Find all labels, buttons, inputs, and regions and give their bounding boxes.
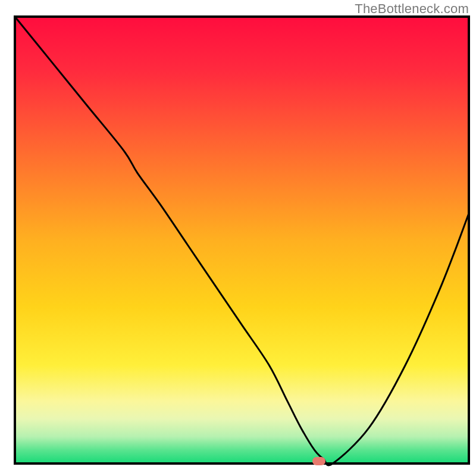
plot-background [15,17,469,464]
plot-svg [0,0,476,476]
optimum-marker [312,457,325,465]
chart-container: TheBottleneck.com [0,0,476,476]
watermark-text: TheBottleneck.com [355,1,469,17]
